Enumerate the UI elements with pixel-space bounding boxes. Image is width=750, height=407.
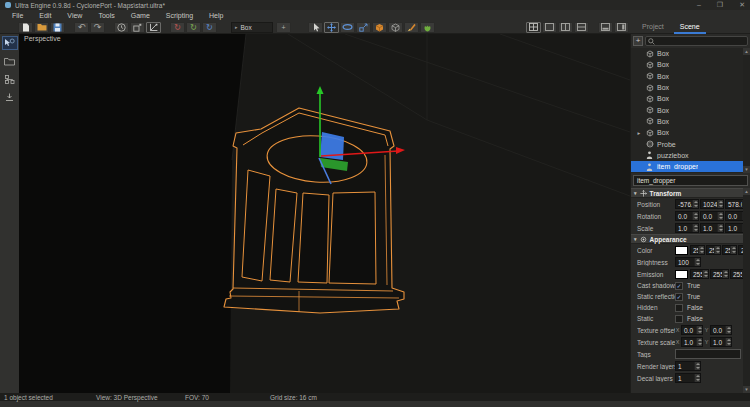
number-field[interactable]: 255 [706,245,721,255]
tab-project[interactable]: Project [636,21,670,34]
sync-green-button[interactable]: ↻ [186,22,201,33]
number-field[interactable]: 0.0 [700,211,724,221]
sync-blue-button[interactable]: ↻ [202,22,217,33]
scene-item-box[interactable]: Box [631,82,743,93]
undo-button[interactable]: ↶ [74,22,89,33]
scroll-up-icon[interactable]: ▲ [743,188,750,195]
number-field[interactable]: 255 [690,269,709,279]
save-button[interactable] [50,22,65,33]
spinner-arrows[interactable] [696,338,702,346]
scene-item-box[interactable]: Box [631,116,743,127]
scene-item-probe[interactable]: Probe [631,138,743,149]
scene-item-box[interactable]: Box [631,59,743,70]
toggle-console-button[interactable] [598,22,613,33]
number-field[interactable]: 255 [730,269,743,279]
maximize-button[interactable]: ❐ [717,1,723,9]
open-button[interactable] [34,22,49,33]
number-field[interactable]: 0.0 [725,211,743,221]
properties-scrollbar[interactable]: ▲ ▼ [743,188,750,393]
create-box-button[interactable] [372,22,387,33]
physics-button[interactable] [130,22,145,33]
close-button[interactable]: ✕ [739,1,745,9]
spinner-arrows[interactable] [692,212,698,220]
color-swatch[interactable] [675,246,688,255]
spinner-arrows[interactable] [717,212,723,220]
minimize-button[interactable]: – [697,1,701,9]
viewport-canvas[interactable] [19,34,630,393]
csg-tool-button[interactable] [388,22,403,33]
spinner-arrows[interactable] [717,200,723,208]
texture-offset-x-field[interactable]: 0.0 [681,325,703,335]
tags-field[interactable] [675,349,741,359]
texture-scale-y-field[interactable]: 1.0 [710,337,732,347]
spinner-arrows[interactable] [694,258,700,266]
layout-single-button[interactable] [542,22,557,33]
new-file-button[interactable] [18,22,33,33]
number-field[interactable]: 578.0 [725,199,743,209]
appearance-section-header[interactable]: ▾ Appearance [631,234,743,244]
spinner-arrows[interactable] [725,326,731,334]
layout-split-h-button[interactable] [574,22,589,33]
sync-red-button[interactable]: ↻ [170,22,185,33]
scene-item-puzzlebox[interactable]: puzzlebox [631,150,743,161]
spinner-arrows[interactable] [702,270,708,278]
assets-button[interactable] [2,54,18,68]
scene-item-item_dropper[interactable]: item_dropper [631,161,743,172]
menu-item-view[interactable]: View [59,12,90,19]
checkbox[interactable]: ✓ [675,293,683,301]
number-field[interactable]: 1.0 [675,223,699,233]
spinner-arrows[interactable] [698,246,704,254]
spinner-arrows[interactable] [694,362,700,370]
layout-quad-button[interactable] [526,22,541,33]
spinner-arrows[interactable] [714,246,720,254]
tab-scene[interactable]: Scene [674,21,706,34]
number-field[interactable]: 1.0 [700,223,724,233]
paint-tool-button[interactable] [404,22,419,33]
spinner-arrows[interactable] [730,246,736,254]
scroll-down-icon[interactable]: ▼ [743,386,750,393]
import-button[interactable] [2,90,18,104]
texture-scale-x-field[interactable]: 1.0 [681,337,703,347]
scene-search-input[interactable] [657,38,745,45]
menu-item-help[interactable]: Help [201,12,231,19]
viewport[interactable]: Perspective [19,34,630,393]
number-field[interactable]: 1024.0 [700,199,724,209]
redo-button[interactable]: ↷ [90,22,105,33]
scroll-up-icon[interactable]: ▲ [743,48,750,55]
scroll-down-icon[interactable]: ▼ [743,166,750,173]
scale-tool-button[interactable] [356,22,371,33]
menu-item-scripting[interactable]: Scripting [158,12,201,19]
spinner-arrows[interactable] [692,200,698,208]
spinner-arrows[interactable] [692,224,698,232]
primitive-dropdown[interactable]: ▸ Box [231,22,273,33]
expander-icon[interactable]: ▸ [636,130,642,136]
number-field[interactable]: 0.0 [675,211,699,221]
add-primitive-button[interactable]: + [276,22,291,33]
foliage-tool-button[interactable] [420,22,435,33]
entity-name-field[interactable]: item_dropper [633,175,748,186]
scene-search-box[interactable] [645,36,748,46]
scene-scrollbar[interactable]: ▲ ▼ [743,48,750,173]
spinner-arrows[interactable] [722,270,728,278]
checkbox[interactable]: ✓ [675,282,683,290]
brightness-field[interactable]: 100 [675,257,701,267]
history-button[interactable] [114,22,129,33]
menu-item-game[interactable]: Game [123,12,158,19]
number-field[interactable]: -576.0 [675,199,699,209]
selected-object-wireframe[interactable] [224,108,404,313]
render-layers-field[interactable]: 1 [675,361,701,371]
number-field[interactable]: 1.0 [725,223,743,233]
spinner-arrows[interactable] [717,224,723,232]
number-field[interactable]: 255 [722,245,737,255]
menu-item-file[interactable]: File [4,12,31,19]
scene-item-box[interactable]: ▸ Box [631,127,743,138]
spinner-arrows[interactable] [696,326,702,334]
texture-offset-y-field[interactable]: 0.0 [710,325,732,335]
decal-layers-field[interactable]: 1 [675,373,701,383]
checkbox[interactable] [675,315,683,323]
emission-swatch[interactable] [675,270,688,279]
hierarchy-button[interactable] [2,72,18,86]
toggle-sidebar-button[interactable] [614,22,629,33]
transform-section-header[interactable]: ▾ Transform [631,188,743,198]
objects-tool-button[interactable] [2,36,18,50]
